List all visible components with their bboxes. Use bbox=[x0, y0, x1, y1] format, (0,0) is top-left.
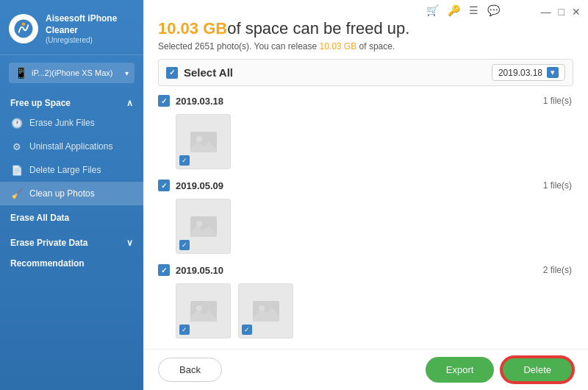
group-checkbox-1[interactable]: ✓ bbox=[158, 95, 170, 107]
group-date-1: 2019.03.18 bbox=[176, 96, 223, 107]
key-icon[interactable]: 🔑 bbox=[448, 4, 460, 16]
window-controls: — □ ✕ bbox=[541, 6, 581, 18]
group-thumbs-3: ✓ ✓ bbox=[158, 279, 572, 338]
sidebar-item-clean-photos[interactable]: 🧹 Clean up Photos bbox=[0, 182, 143, 205]
chevron-down-icon: ▾ bbox=[125, 69, 129, 77]
photo-group-3: ✓ 2019.05.10 2 file(s) ✓ bbox=[158, 261, 572, 338]
footer: Back Export Delete bbox=[143, 349, 588, 390]
group-header-left-3: ✓ 2019.05.10 bbox=[158, 264, 223, 276]
gear-icon: ⚙ bbox=[10, 140, 24, 153]
select-all-left: ✓ Select All bbox=[166, 66, 233, 79]
section-expand-icon: ∨ bbox=[126, 238, 133, 248]
sidebar-item-erase-junk[interactable]: 🕐 Erase Junk Files bbox=[0, 111, 143, 135]
group-checkbox-2[interactable]: ✓ bbox=[158, 180, 170, 191]
svg-point-1 bbox=[22, 23, 26, 26]
app-header: Aiseesoft iPhoneCleaner (Unregistered) bbox=[0, 0, 143, 55]
group-count-1: 1 file(s) bbox=[543, 96, 572, 106]
sidebar-item-recommendation[interactable]: Recommendation bbox=[0, 251, 143, 276]
main-content: 🛒 🔑 ☰ 💬 — □ ✕ 10.03 GBof space can be fr… bbox=[143, 0, 588, 390]
thumb-checkbox-1-1[interactable]: ✓ bbox=[179, 155, 190, 166]
freed-space-title: 10.03 GBof space can be freed up. bbox=[158, 19, 409, 38]
app-logo bbox=[9, 14, 38, 43]
select-all-checkbox[interactable]: ✓ bbox=[166, 67, 178, 79]
export-button[interactable]: Export bbox=[426, 357, 495, 383]
thumb-checkbox-2-1[interactable]: ✓ bbox=[179, 240, 190, 250]
group-header-2: ✓ 2019.05.09 1 file(s) bbox=[158, 177, 572, 194]
header-icons: 🛒 🔑 ☰ 💬 bbox=[426, 4, 500, 16]
group-count-3: 2 file(s) bbox=[543, 265, 572, 275]
select-all-label: Select All bbox=[184, 66, 233, 79]
freed-size: 10.03 GB bbox=[158, 19, 227, 38]
date-filter-dropdown[interactable]: 2019.03.18 ▾ bbox=[492, 64, 565, 81]
group-count-2: 1 file(s) bbox=[543, 180, 572, 191]
file-icon: 📄 bbox=[10, 163, 24, 177]
cart-icon[interactable]: 🛒 bbox=[426, 4, 439, 16]
delete-button[interactable]: Delete bbox=[501, 357, 573, 383]
device-name: iP...2)(iPhone XS Max) bbox=[32, 68, 125, 77]
phone-icon: 📱 bbox=[15, 67, 27, 79]
sidebar-item-erase-all[interactable]: Erase All Data bbox=[0, 205, 143, 230]
group-thumbs-1: ✓ bbox=[158, 110, 572, 169]
app-name: Aiseesoft iPhoneCleaner bbox=[46, 13, 117, 36]
minimize-button[interactable]: — bbox=[541, 6, 551, 18]
device-selector[interactable]: 📱 iP...2)(iPhone XS Max) ▾ bbox=[9, 63, 135, 83]
title-bar: 10.03 GBof space can be freed up. bbox=[158, 19, 573, 38]
dropdown-arrow-icon: ▾ bbox=[547, 67, 559, 78]
photo-thumb-3-2[interactable]: ✓ bbox=[238, 283, 293, 338]
thumb-checkbox-3-2[interactable]: ✓ bbox=[242, 325, 252, 335]
photo-group-1: ✓ 2019.03.18 1 file(s) ✓ bbox=[158, 92, 572, 169]
group-thumbs-2: ✓ bbox=[158, 194, 572, 254]
menu-icon[interactable]: ☰ bbox=[469, 4, 478, 16]
sidebar: Aiseesoft iPhoneCleaner (Unregistered) 📱… bbox=[0, 0, 143, 390]
thumb-checkbox-3-1[interactable]: ✓ bbox=[179, 325, 190, 335]
close-button[interactable]: ✕ bbox=[572, 6, 581, 18]
footer-right: Export Delete bbox=[426, 357, 573, 383]
photo-thumb-1-1[interactable]: ✓ bbox=[176, 114, 231, 169]
maximize-button[interactable]: □ bbox=[559, 6, 564, 18]
subtitle: Selected 2651 photo(s). You can release … bbox=[158, 41, 573, 52]
group-date-3: 2019.05.10 bbox=[176, 265, 223, 276]
group-checkbox-3[interactable]: ✓ bbox=[158, 264, 170, 276]
free-up-space-section: Free up Space ∧ bbox=[0, 91, 143, 111]
group-header-left-2: ✓ 2019.05.09 bbox=[158, 180, 223, 191]
group-date-2: 2019.05.09 bbox=[176, 180, 223, 191]
app-title-block: Aiseesoft iPhoneCleaner (Unregistered) bbox=[46, 13, 117, 44]
photo-group-2: ✓ 2019.05.09 1 file(s) ✓ bbox=[158, 177, 572, 254]
section-collapse-icon[interactable]: ∧ bbox=[126, 98, 133, 108]
clock-icon: 🕐 bbox=[10, 116, 24, 130]
photo-thumb-3-1[interactable]: ✓ bbox=[176, 283, 231, 338]
sidebar-item-delete-large[interactable]: 📄 Delete Large Files bbox=[0, 158, 143, 182]
freed-text: of space can be freed up. bbox=[227, 19, 409, 38]
group-header-3: ✓ 2019.05.10 2 file(s) bbox=[158, 261, 572, 279]
date-filter-value: 2019.03.18 bbox=[498, 68, 542, 78]
select-all-row: ✓ Select All 2019.03.18 ▾ bbox=[158, 59, 573, 86]
photo-list: ✓ 2019.03.18 1 file(s) ✓ bbox=[158, 92, 573, 341]
back-button[interactable]: Back bbox=[158, 358, 222, 382]
content-area: 10.03 GBof space can be freed up. Select… bbox=[143, 7, 588, 349]
app-status: (Unregistered) bbox=[46, 36, 117, 44]
group-header-left-1: ✓ 2019.03.18 bbox=[158, 95, 223, 107]
sidebar-item-uninstall-apps[interactable]: ⚙ Uninstall Applications bbox=[0, 135, 143, 158]
erase-private-section[interactable]: Erase Private Data ∨ bbox=[0, 230, 143, 251]
chat-icon[interactable]: 💬 bbox=[487, 4, 500, 16]
clean-icon: 🧹 bbox=[10, 187, 24, 200]
group-header-1: ✓ 2019.03.18 1 file(s) bbox=[158, 92, 572, 110]
photo-thumb-2-1[interactable]: ✓ bbox=[176, 199, 231, 254]
